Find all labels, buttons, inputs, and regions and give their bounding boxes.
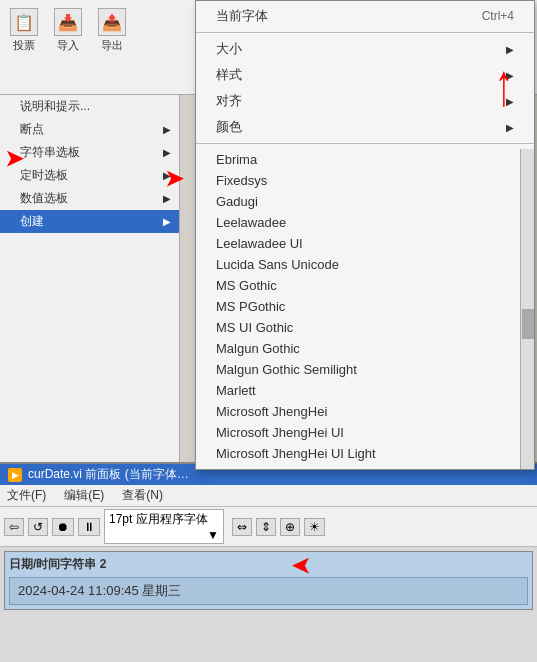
- font-leelawadee[interactable]: Leelawadee: [196, 212, 534, 233]
- left-menu-tip[interactable]: 说明和提示...: [0, 95, 179, 118]
- string-palette-label: 字符串选板: [20, 144, 80, 161]
- bottom-content-area: 日期/时间字符串 2 2024-04-24 11:09:45 星期三: [4, 551, 533, 610]
- vote-label: 投票: [13, 38, 35, 53]
- font-lucida[interactable]: Lucida Sans Unicode: [196, 254, 534, 275]
- font-ms-jhenghei[interactable]: Microsoft JhengHei: [196, 401, 534, 422]
- window-title: curDate.vi 前面板 (当前字体…: [28, 466, 189, 483]
- menu-edit[interactable]: 编辑(E): [61, 486, 107, 505]
- btn-record[interactable]: ⏺: [52, 518, 74, 536]
- left-menu-breakpoint-label: 断点: [20, 121, 44, 138]
- export-label: 导出: [101, 38, 123, 53]
- current-font-shortcut: Ctrl+4: [482, 9, 514, 23]
- menu-style[interactable]: 样式 ▶: [196, 62, 534, 88]
- current-font-label: 当前字体: [216, 7, 268, 25]
- red-arrow-up: ↑: [495, 55, 513, 115]
- font-selector-arrow[interactable]: ▼: [207, 528, 219, 542]
- import-label: 导入: [57, 38, 79, 53]
- left-menu-string-palette[interactable]: 字符串选板 ▶: [0, 141, 179, 164]
- font-leelawadee-ui[interactable]: Leelawadee UI: [196, 233, 534, 254]
- left-menu-numeric-palette[interactable]: 数值选板 ▶: [0, 187, 179, 210]
- create-arrow: ▶: [163, 216, 171, 227]
- numeric-palette-arrow: ▶: [163, 193, 171, 204]
- left-panel: 说明和提示... 断点 ▶ 字符串选板 ▶ 定时选板 ▶ 数值选板 ▶ 创建 ▶: [0, 95, 180, 462]
- menu-sep-2: [196, 143, 534, 144]
- btn-extra4[interactable]: ☀: [304, 518, 325, 536]
- context-menu: 当前字体 Ctrl+4 大小 ▶ 样式 ▶ 对齐 ▶ 颜色 ▶ Ebrima F…: [195, 0, 535, 470]
- red-arrow-3: ➤: [292, 555, 310, 577]
- font-ms-jhenghei-ui-light[interactable]: Microsoft JhengHei UI Light: [196, 443, 534, 464]
- red-arrow-1: ➤: [5, 148, 23, 170]
- menu-color[interactable]: 颜色 ▶: [196, 114, 534, 140]
- font-ebrima[interactable]: Ebrima: [196, 149, 534, 170]
- font-selector[interactable]: 17pt 应用程序字体 ▼: [104, 509, 224, 544]
- font-list-scrollbar[interactable]: [520, 149, 534, 469]
- left-menu-tip-label: 说明和提示...: [20, 98, 90, 115]
- font-ms-pgothic[interactable]: MS PGothic: [196, 296, 534, 317]
- bottom-window: ▶ curDate.vi 前面板 (当前字体… 文件(F) 编辑(E) 查看(N…: [0, 462, 537, 662]
- red-arrow-2: ➤: [165, 168, 183, 190]
- size-label: 大小: [216, 40, 242, 58]
- date-display: 2024-04-24 11:09:45 星期三: [9, 577, 528, 605]
- btn-extra3[interactable]: ⊕: [280, 518, 300, 536]
- font-ms-gothic[interactable]: MS Gothic: [196, 275, 534, 296]
- menu-size[interactable]: 大小 ▶: [196, 36, 534, 62]
- timing-palette-label: 定时选板: [20, 167, 68, 184]
- numeric-palette-label: 数值选板: [20, 190, 68, 207]
- window-icon: ▶: [8, 468, 22, 482]
- date-value: 2024-04-24 11:09:45 星期三: [18, 582, 181, 600]
- btn-pause[interactable]: ⏸: [78, 518, 100, 536]
- menu-view[interactable]: 查看(N): [119, 486, 166, 505]
- font-list: Ebrima Fixedsys Gadugi Leelawadee Leelaw…: [196, 149, 534, 469]
- font-marlett[interactable]: Marlett: [196, 380, 534, 401]
- style-label: 样式: [216, 66, 242, 84]
- menu-current-font[interactable]: 当前字体 Ctrl+4: [196, 3, 534, 29]
- color-arrow: ▶: [506, 122, 514, 133]
- font-ms-ui-gothic[interactable]: MS UI Gothic: [196, 317, 534, 338]
- menu-file[interactable]: 文件(F): [4, 486, 49, 505]
- create-label: 创建: [20, 213, 44, 230]
- font-malgun-gothic-semi[interactable]: Malgun Gothic Semilight: [196, 359, 534, 380]
- font-ms-sans-serif[interactable]: Microsoft Sans Serif: [196, 464, 534, 469]
- font-selector-label: 17pt 应用程序字体: [109, 512, 208, 526]
- string-palette-arrow: ▶: [163, 147, 171, 158]
- toolbar-btn-vote[interactable]: 📋 投票: [10, 8, 38, 53]
- btn-undo[interactable]: ↺: [28, 518, 48, 536]
- font-gadugi[interactable]: Gadugi: [196, 191, 534, 212]
- left-menu-create[interactable]: 创建 ▶: [0, 210, 179, 233]
- btn-extra1[interactable]: ⇔: [232, 518, 252, 536]
- bottom-toolbar: ⇦ ↺ ⏺ ⏸ 17pt 应用程序字体 ▼ ⇔ ⇕ ⊕ ☀: [0, 507, 537, 547]
- left-menu-breakpoint[interactable]: 断点 ▶: [0, 118, 179, 141]
- menu-top-section: 当前字体 Ctrl+4 大小 ▶ 样式 ▶ 对齐 ▶ 颜色 ▶: [196, 1, 534, 149]
- scroll-thumb[interactable]: [522, 309, 534, 339]
- toolbar-btn-export[interactable]: 📤 导出: [98, 8, 126, 53]
- font-fixedsys[interactable]: Fixedsys: [196, 170, 534, 191]
- bottom-menubar: 文件(F) 编辑(E) 查看(N): [0, 485, 537, 507]
- btn-extra2[interactable]: ⇕: [256, 518, 276, 536]
- align-label: 对齐: [216, 92, 242, 110]
- menu-align[interactable]: 对齐 ▶: [196, 88, 534, 114]
- btn-back[interactable]: ⇦: [4, 518, 24, 536]
- section-label: 日期/时间字符串 2: [9, 556, 528, 573]
- vote-icon: 📋: [10, 8, 38, 36]
- menu-sep-1: [196, 32, 534, 33]
- font-malgun-gothic[interactable]: Malgun Gothic: [196, 338, 534, 359]
- color-label: 颜色: [216, 118, 242, 136]
- toolbar-btn-import[interactable]: 📥 导入: [54, 8, 82, 53]
- import-icon: 📥: [54, 8, 82, 36]
- breakpoint-arrow: ▶: [163, 124, 171, 135]
- font-ms-jhenghei-ui[interactable]: Microsoft JhengHei UI: [196, 422, 534, 443]
- export-icon: 📤: [98, 8, 126, 36]
- left-menu-timing-palette[interactable]: 定时选板 ▶: [0, 164, 179, 187]
